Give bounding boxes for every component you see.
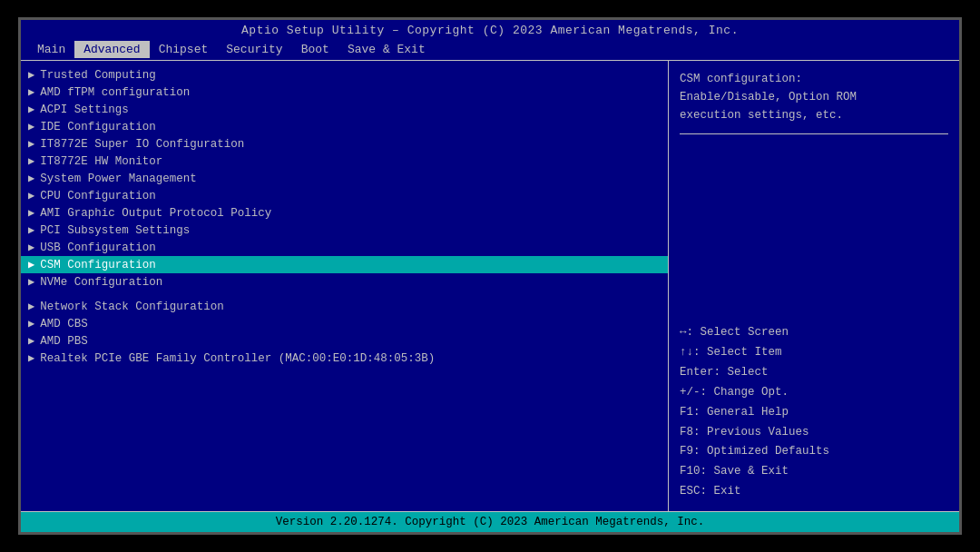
arrow-icon: ▶ <box>28 206 34 220</box>
right-panel: CSM configuration:Enable/Disable, Option… <box>669 61 959 511</box>
key-help-line: Enter: Select <box>680 363 948 383</box>
key-help-line: F1: General Help <box>680 403 948 423</box>
menu-item-security[interactable]: Security <box>217 41 291 58</box>
title-bar: Aptio Setup Utility – Copyright (C) 2023… <box>21 20 959 39</box>
title-text: Aptio Setup Utility – Copyright (C) 2023… <box>241 24 739 37</box>
menu-entry-label: Realtek PCIe GBE Family Controller (MAC:… <box>40 352 435 365</box>
arrow-icon: ▶ <box>28 68 34 82</box>
menu-item-chipset[interactable]: Chipset <box>150 41 218 58</box>
menu-entry-label: System Power Management <box>40 172 197 185</box>
key-help-line: ESC: Exit <box>680 482 948 502</box>
menu-entry[interactable]: ▶AMD CBS <box>21 315 668 332</box>
arrow-icon: ▶ <box>28 154 34 168</box>
menu-entry-label: AMD CBS <box>40 318 88 330</box>
menu-entry[interactable]: ▶AMI Graphic Output Protocol Policy <box>21 204 668 222</box>
menu-entry-label: USB Configuration <box>40 242 156 254</box>
section-divider <box>21 291 668 298</box>
menu-entry-label: NVMe Configuration <box>40 276 162 289</box>
arrow-icon: ▶ <box>28 103 34 116</box>
menu-bar: MainAdvancedChipsetSecurityBootSave & Ex… <box>21 39 959 60</box>
help-description: CSM configuration:Enable/Disable, Option… <box>680 70 948 134</box>
help-line: Enable/Disable, Option ROM <box>680 88 948 106</box>
menu-entry[interactable]: ▶Trusted Computing <box>21 66 668 84</box>
arrow-icon: ▶ <box>28 85 34 99</box>
footer-text: Version 2.20.1274. Copyright (C) 2023 Am… <box>276 516 705 528</box>
arrow-icon: ▶ <box>28 189 34 202</box>
key-help-line: F8: Previous Values <box>680 423 948 443</box>
menu-entry-label: Network Stack Configuration <box>40 301 224 313</box>
menu-entry-label: PCI Subsystem Settings <box>40 224 190 237</box>
menu-entry[interactable]: ▶CPU Configuration <box>21 187 668 204</box>
menu-entry-label: IT8772E Super IO Configuration <box>40 138 244 151</box>
key-help-line: +/-: Change Opt. <box>680 383 948 403</box>
key-help-line: ↑↓: Select Item <box>680 343 948 363</box>
menu-item-boot[interactable]: Boot <box>292 41 338 58</box>
arrow-icon: ▶ <box>28 351 34 365</box>
menu-entry[interactable]: ▶AMD fTPM configuration <box>21 84 668 101</box>
menu-entry-label: AMD PBS <box>40 335 88 348</box>
main-content: ▶Trusted Computing▶AMD fTPM configuratio… <box>21 60 959 512</box>
arrow-icon: ▶ <box>28 223 34 237</box>
help-line: CSM configuration: <box>680 70 948 88</box>
menu-entry[interactable]: ▶USB Configuration <box>21 239 668 256</box>
help-line: execution settings, etc. <box>680 106 948 124</box>
arrow-icon: ▶ <box>28 334 34 348</box>
menu-item-main[interactable]: Main <box>28 41 74 58</box>
menu-entry[interactable]: ▶CSM Configuration <box>21 256 668 273</box>
menu-entry-label: CPU Configuration <box>40 190 156 202</box>
arrow-icon: ▶ <box>28 120 34 133</box>
arrow-icon: ▶ <box>28 258 34 271</box>
menu-entry[interactable]: ▶IT8772E Super IO Configuration <box>21 135 668 153</box>
menu-entry-label: Trusted Computing <box>40 69 156 82</box>
arrow-icon: ▶ <box>28 137 34 151</box>
footer: Version 2.20.1274. Copyright (C) 2023 Am… <box>21 512 959 532</box>
menu-item-save-and-exit[interactable]: Save & Exit <box>338 41 435 58</box>
menu-entry[interactable]: ▶PCI Subsystem Settings <box>21 222 668 239</box>
menu-entry-label: AMI Graphic Output Protocol Policy <box>40 207 271 220</box>
menu-entry-label: ACPI Settings <box>40 104 129 116</box>
key-help-line: F9: Optimized Defaults <box>680 442 948 462</box>
menu-entry[interactable]: ▶NVMe Configuration <box>21 273 668 291</box>
menu-entry-label: IT8772E HW Monitor <box>40 155 162 168</box>
menu-entry-label: IDE Configuration <box>40 121 156 133</box>
menu-entry[interactable]: ▶Network Stack Configuration <box>21 298 668 315</box>
arrow-icon: ▶ <box>28 317 34 330</box>
menu-entry[interactable]: ▶ACPI Settings <box>21 101 668 118</box>
menu-entry[interactable]: ▶IDE Configuration <box>21 118 668 135</box>
menu-entry[interactable]: ▶IT8772E HW Monitor <box>21 153 668 170</box>
key-help: ↔: Select Screen↑↓: Select ItemEnter: Se… <box>680 323 948 502</box>
key-help-line: ↔: Select Screen <box>680 323 948 343</box>
arrow-icon: ▶ <box>28 172 34 185</box>
menu-entry[interactable]: ▶System Power Management <box>21 170 668 187</box>
menu-entry-label: AMD fTPM configuration <box>40 86 190 99</box>
key-help-line: F10: Save & Exit <box>680 462 948 482</box>
menu-entry-label: CSM Configuration <box>40 259 156 271</box>
arrow-icon: ▶ <box>28 275 34 289</box>
arrow-icon: ▶ <box>28 300 34 313</box>
bios-screen: Aptio Setup Utility – Copyright (C) 2023… <box>18 17 962 535</box>
arrow-icon: ▶ <box>28 241 34 254</box>
menu-entry[interactable]: ▶AMD PBS <box>21 332 668 350</box>
menu-item-advanced[interactable]: Advanced <box>74 41 149 58</box>
left-panel: ▶Trusted Computing▶AMD fTPM configuratio… <box>21 61 669 511</box>
menu-entry[interactable]: ▶Realtek PCIe GBE Family Controller (MAC… <box>21 350 668 367</box>
